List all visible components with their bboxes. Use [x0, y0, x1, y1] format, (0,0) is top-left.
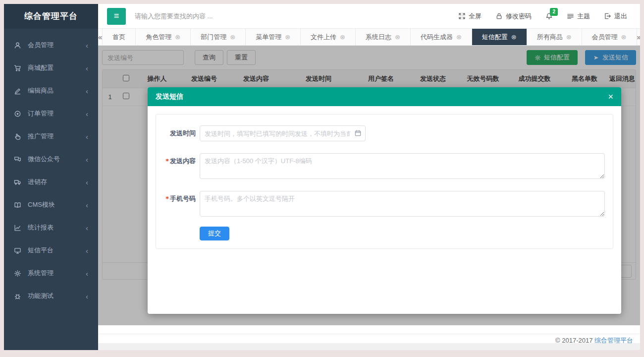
- theme-button[interactable]: 主题: [567, 12, 590, 21]
- required-mark: *: [165, 195, 169, 202]
- tab-system-log[interactable]: 系统日志⊗: [356, 29, 411, 45]
- tab-dept-mgmt[interactable]: 部门管理⊗: [191, 29, 246, 45]
- sidebar-item-edit-goods[interactable]: 编辑商品 ‹: [4, 79, 98, 102]
- chevron-left-icon: ‹: [86, 178, 88, 186]
- submit-button[interactable]: 提交: [200, 227, 229, 240]
- top-navbar: ≡ 全屏 修改密码 2 主: [98, 4, 640, 29]
- bug-icon: [14, 293, 24, 300]
- chevron-left-icon: ‹: [86, 270, 88, 277]
- tab-bar: « 首页 角色管理⊗ 部门管理⊗ 菜单管理⊗ 文件上传⊗ 系统日志⊗ 代码生成器…: [98, 29, 640, 46]
- tab-role-mgmt[interactable]: 角色管理⊗: [136, 29, 191, 45]
- app-window: 综合管理平台 会员管理 ‹ 商城配置 ‹ 编辑商品 ‹ 订单管理 ‹: [4, 4, 640, 350]
- book-icon: [14, 201, 24, 209]
- sidebar-item-inventory[interactable]: 进销存 ‹: [4, 171, 98, 193]
- logout-button[interactable]: 退出: [604, 12, 627, 21]
- tab-file-upload[interactable]: 文件上传⊗: [301, 29, 356, 45]
- sidebar-item-label: CMS模块: [28, 200, 55, 209]
- gear-icon: [14, 270, 24, 277]
- tab-close-icon[interactable]: ⊗: [456, 34, 462, 40]
- sidebar-item-cms[interactable]: CMS模块 ‹: [4, 193, 98, 216]
- sign-out-icon: [604, 12, 611, 20]
- sidebar-item-sms-platform[interactable]: 短信平台 ‹: [4, 239, 98, 262]
- sidebar-item-system-mgmt[interactable]: 系统管理 ‹: [4, 262, 98, 285]
- chevron-left-icon: ‹: [86, 87, 88, 95]
- fullscreen-button[interactable]: 全屏: [458, 12, 482, 21]
- monitor-icon: [14, 247, 24, 254]
- chevron-left-icon: ‹: [86, 133, 88, 140]
- sidebar-item-member-mgmt[interactable]: 会员管理 ‹: [4, 34, 98, 57]
- tab-close-icon[interactable]: ⊗: [285, 34, 290, 40]
- tab-close-icon[interactable]: ⊗: [395, 34, 400, 40]
- sidebar-toggle-button[interactable]: ≡: [107, 8, 126, 25]
- sidebar-item-order-mgmt[interactable]: 订单管理 ‹: [4, 102, 98, 125]
- close-icon[interactable]: ×: [608, 92, 613, 101]
- sidebar-menu: 会员管理 ‹ 商城配置 ‹ 编辑商品 ‹ 订单管理 ‹ 推广管理: [4, 29, 98, 307]
- sidebar: 综合管理平台 会员管理 ‹ 商城配置 ‹ 编辑商品 ‹ 订单管理 ‹: [4, 4, 98, 350]
- send-content-textarea[interactable]: [200, 153, 605, 179]
- tabs-scroll-left-button[interactable]: «: [98, 29, 103, 45]
- sidebar-item-reports[interactable]: 统计报表 ‹: [4, 216, 98, 239]
- logout-label: 退出: [614, 12, 627, 21]
- user-icon: [14, 42, 24, 49]
- change-password-label: 修改密码: [506, 12, 532, 21]
- tab-close-icon[interactable]: ⊗: [340, 34, 345, 40]
- tab-label: 短信配置: [482, 33, 508, 42]
- tab-close-icon[interactable]: ⊗: [230, 34, 235, 40]
- tab-close-icon[interactable]: ⊗: [566, 34, 572, 40]
- modal-body: 发送时间 *发送内容 *手机号码: [148, 106, 621, 314]
- sidebar-item-label: 系统管理: [28, 269, 54, 278]
- sidebar-item-label: 订单管理: [28, 109, 54, 118]
- modal-title: 发送短信: [156, 92, 183, 101]
- chevron-left-icon: ‹: [86, 156, 88, 163]
- required-mark: *: [165, 157, 169, 165]
- sidebar-item-mall-config[interactable]: 商城配置 ‹: [4, 57, 98, 79]
- tab-member-mgmt[interactable]: 会员管理⊗: [582, 29, 637, 45]
- tab-home[interactable]: 首页: [103, 29, 136, 45]
- tab-label: 会员管理: [592, 33, 618, 42]
- sidebar-item-wechat[interactable]: 微信公众号 ‹: [4, 148, 98, 171]
- chevron-left-icon: ‹: [86, 247, 88, 254]
- change-password-button[interactable]: 修改密码: [495, 12, 532, 21]
- sidebar-item-label: 推广管理: [28, 132, 54, 141]
- tab-menu-mgmt[interactable]: 菜单管理⊗: [246, 29, 301, 45]
- main-area: ≡ 全屏 修改密码 2 主: [98, 4, 640, 350]
- send-content-label: *发送内容: [164, 153, 196, 166]
- sidebar-item-label: 编辑商品: [28, 86, 54, 95]
- sidebar-item-label: 功能测试: [28, 292, 54, 300]
- sidebar-item-promotion-mgmt[interactable]: 推广管理 ‹: [4, 125, 98, 148]
- tab-label: 首页: [112, 33, 125, 42]
- modal-header: 发送短信 ×: [148, 87, 621, 106]
- tab-close-icon[interactable]: ⊗: [175, 34, 180, 40]
- notifications-button[interactable]: 2: [545, 12, 553, 20]
- chevron-left-icon: ‹: [86, 293, 88, 300]
- hand-pointer-icon: [14, 133, 24, 140]
- tab-close-icon[interactable]: ⊗: [511, 34, 517, 40]
- tab-label: 部门管理: [201, 33, 226, 42]
- chevron-left-icon: ‹: [86, 224, 88, 232]
- disc-icon: [14, 110, 24, 118]
- tab-label: 菜单管理: [256, 33, 281, 42]
- content-area: 查询 重置 短信配置 发送短信: [98, 46, 640, 325]
- send-time-input-wrap: [200, 125, 366, 141]
- double-angle-left-icon: «: [98, 33, 102, 41]
- sidebar-item-label: 商城配置: [28, 63, 54, 72]
- sidebar-item-label: 会员管理: [28, 41, 54, 50]
- tab-label: 角色管理: [146, 33, 171, 42]
- send-time-input[interactable]: [200, 125, 366, 141]
- phone-numbers-textarea[interactable]: [200, 191, 605, 217]
- sidebar-item-function-test[interactable]: 功能测试 ‹: [4, 285, 98, 307]
- calendar-icon[interactable]: [354, 129, 362, 137]
- tab-all-goods[interactable]: 所有商品⊗: [527, 29, 582, 45]
- chevron-left-icon: ‹: [86, 110, 88, 118]
- tab-code-generator[interactable]: 代码生成器⊗: [411, 29, 472, 45]
- global-search-input[interactable]: [135, 12, 283, 20]
- hamburger-icon: ≡: [114, 11, 119, 21]
- tab-close-icon[interactable]: ⊗: [621, 34, 627, 40]
- cart-icon: [14, 64, 24, 72]
- expand-icon: [458, 12, 466, 20]
- topbar-actions: 全屏 修改密码 2 主题 退出: [458, 12, 640, 21]
- tab-sms-config[interactable]: 短信配置⊗: [472, 29, 527, 45]
- theme-label: 主题: [577, 12, 590, 21]
- tabs-scroll-right-button[interactable]: »: [637, 29, 641, 45]
- chevron-left-icon: ‹: [86, 201, 88, 209]
